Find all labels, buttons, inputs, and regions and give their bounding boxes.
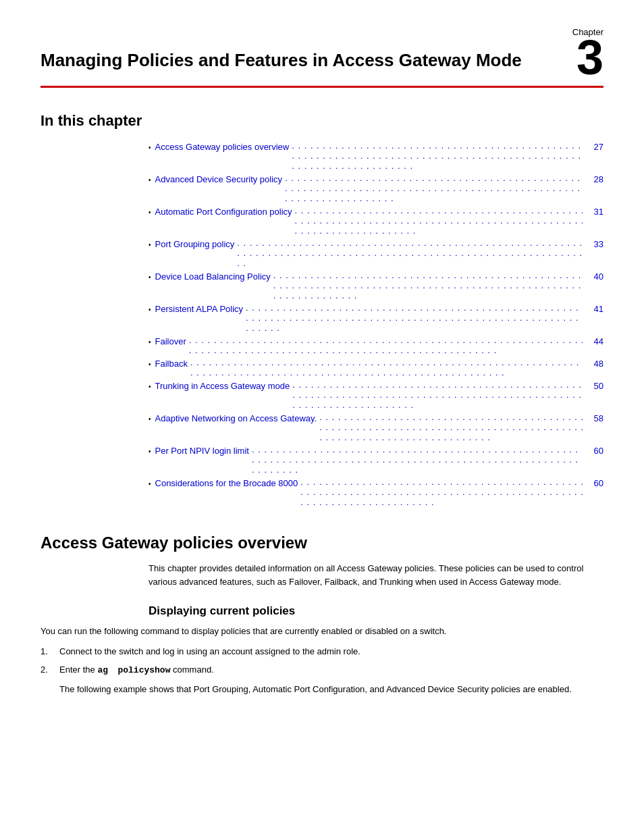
- in-this-chapter-heading: In this chapter: [41, 112, 603, 130]
- toc-link-4[interactable]: Device Load Balancing Policy: [155, 271, 271, 282]
- toc-item-2: •Automatic Port Configuration policy31: [149, 207, 603, 238]
- overview-body: This chapter provides detailed informati…: [149, 562, 603, 588]
- displaying-section: Displaying current policies You can run …: [41, 604, 603, 696]
- toc-item-7: •Failback48: [149, 359, 603, 380]
- toc-item-3: •Port Grouping policy33: [149, 239, 603, 270]
- step-2: 2. Enter the ag policyshow command. The …: [41, 663, 603, 696]
- toc-item-0: •Access Gateway policies overview27: [149, 142, 603, 173]
- toc-dots-4: [273, 270, 585, 301]
- toc-dots-9: [319, 412, 585, 443]
- toc-link-10[interactable]: Per Port NPIV login limit: [155, 446, 249, 456]
- toc-dots-7: [190, 357, 585, 378]
- toc-link-1[interactable]: Advanced Device Security policy: [155, 174, 283, 184]
- toc-page-6: 44: [587, 336, 603, 346]
- toc-bullet-3: •: [149, 241, 151, 249]
- toc-page-1: 28: [587, 174, 603, 184]
- displaying-heading: Displaying current policies: [149, 604, 603, 618]
- toc-dots-3: [237, 238, 585, 269]
- toc-item-6: •Failover44: [149, 336, 603, 357]
- toc-dots-2: [295, 205, 585, 236]
- toc-page-10: 60: [587, 446, 603, 456]
- toc-dots-11: [300, 477, 585, 508]
- toc-item-1: •Advanced Device Security policy28: [149, 174, 603, 205]
- overview-heading: Access Gateway policies overview: [41, 533, 603, 552]
- toc-item-10: •Per Port NPIV login limit60: [149, 446, 603, 477]
- toc-bullet-0: •: [149, 144, 151, 151]
- page-container: Chapter Managing Policies and Features i…: [0, 0, 644, 834]
- toc-bullet-9: •: [149, 415, 151, 423]
- step-2-num: 2.: [41, 663, 59, 677]
- toc-link-6[interactable]: Failover: [155, 336, 186, 346]
- toc-dots-0: [292, 140, 585, 172]
- toc-link-3[interactable]: Port Grouping policy: [155, 239, 235, 249]
- toc-list: •Access Gateway policies overview27•Adva…: [149, 142, 603, 509]
- toc-bullet-8: •: [149, 383, 151, 390]
- toc-bullet-7: •: [149, 361, 151, 368]
- toc-page-3: 33: [587, 239, 603, 249]
- toc-page-4: 40: [587, 271, 603, 282]
- toc-dots-8: [292, 380, 585, 411]
- toc-page-0: 27: [587, 142, 603, 152]
- step-2-text: Enter the ag policyshow command.: [59, 663, 214, 677]
- toc-dots-6: [189, 335, 585, 356]
- toc-dots-10: [252, 444, 585, 475]
- step-2-code2: policyshow: [117, 665, 170, 675]
- chapter-title: Managing Policies and Features in Access…: [41, 50, 563, 71]
- toc-link-7[interactable]: Failback: [155, 359, 188, 369]
- toc-link-8[interactable]: Trunking in Access Gateway mode: [155, 381, 290, 391]
- toc-item-9: •Adaptive Networking on Access Gateway.5…: [149, 413, 603, 444]
- toc-dots-1: [285, 173, 585, 204]
- overview-section: Access Gateway policies overview This ch…: [41, 533, 603, 588]
- toc-dots-5: [246, 303, 585, 334]
- toc-page-5: 41: [587, 304, 603, 314]
- toc-link-2[interactable]: Automatic Port Configuration policy: [155, 207, 292, 217]
- toc-item-11: •Considerations for the Brocade 800060: [149, 478, 603, 509]
- toc-item-5: •Persistent ALPA Policy41: [149, 304, 603, 335]
- toc-page-2: 31: [587, 207, 603, 217]
- toc-bullet-4: •: [149, 273, 151, 281]
- toc-page-11: 60: [587, 478, 603, 488]
- toc-item-4: •Device Load Balancing Policy40: [149, 271, 603, 303]
- step-1-text: Connect to the switch and log in using a…: [59, 645, 360, 658]
- toc-item-8: •Trunking in Access Gateway mode50: [149, 381, 603, 412]
- step-2-note: The following example shows that Port Gr…: [59, 683, 572, 696]
- toc-bullet-6: •: [149, 338, 151, 346]
- toc-bullet-5: •: [149, 306, 151, 313]
- toc-link-11[interactable]: Considerations for the Brocade 8000: [155, 478, 298, 488]
- chapter-title-row: Managing Policies and Features in Access…: [41, 40, 603, 82]
- toc-link-0[interactable]: Access Gateway policies overview: [155, 142, 290, 152]
- toc-page-8: 50: [587, 381, 603, 391]
- toc-bullet-10: •: [149, 448, 151, 455]
- overview-paragraph: This chapter provides detailed informati…: [149, 562, 603, 588]
- step-2-code1: ag: [97, 665, 108, 675]
- toc-link-9[interactable]: Adaptive Networking on Access Gateway.: [155, 413, 317, 423]
- toc-page-7: 48: [587, 359, 603, 369]
- toc-bullet-1: •: [149, 176, 151, 184]
- chapter-number: 3: [576, 33, 603, 82]
- chapter-rule: [41, 86, 603, 88]
- steps-list: 1. Connect to the switch and log in usin…: [41, 645, 603, 696]
- toc-bullet-2: •: [149, 209, 151, 216]
- chapter-label: Chapter: [41, 27, 603, 37]
- toc-page-9: 58: [587, 413, 603, 423]
- in-this-chapter-section: In this chapter •Access Gateway policies…: [41, 112, 603, 509]
- toc-bullet-11: •: [149, 480, 151, 488]
- toc-link-5[interactable]: Persistent ALPA Policy: [155, 304, 244, 314]
- step-1-num: 1.: [41, 645, 59, 658]
- displaying-intro: You can run the following command to dis…: [41, 625, 603, 638]
- step-1: 1. Connect to the switch and log in usin…: [41, 645, 603, 658]
